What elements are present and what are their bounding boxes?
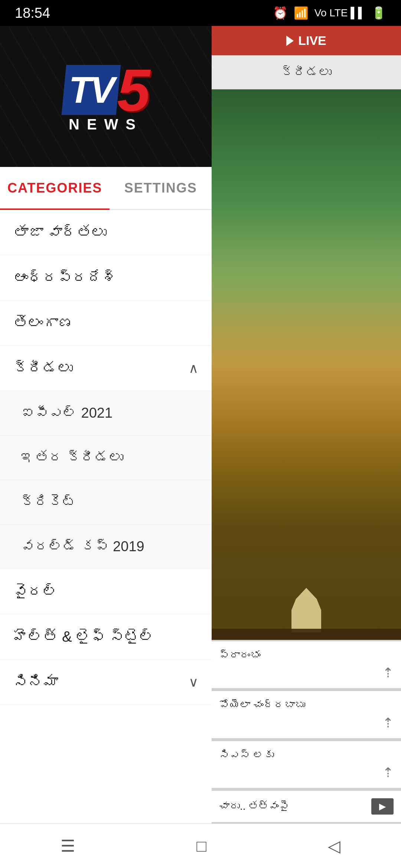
home-icon[interactable]: □ <box>196 837 206 855</box>
drawer-panel: TV 5 NEWS CATEGORIES SETTINGS తాజా వార్త… <box>0 26 212 823</box>
category-item-health[interactable]: హెల్త్ & లైఫ్ స్టైల్ <box>0 614 212 660</box>
alarm-icon: ⏰ <box>273 6 288 20</box>
category-item-viral[interactable]: వైరల్ <box>0 569 212 614</box>
wifi-icon: 📶 <box>294 6 309 20</box>
category-item-worldcup[interactable]: వరల్డ్ కప్ 2019 <box>0 525 212 569</box>
category-item-sports[interactable]: క్రీడలు ∧ <box>0 346 212 391</box>
status-bar: 18:54 ⏰ 📶 Vo LTE ▌▌ 🔋 <box>0 0 401 26</box>
category-list: తాజా వార్తలు ఆంధ్రప్రదేశ్ తెలంగాణ క్రీడల… <box>0 210 212 823</box>
chevron-down-icon: ∨ <box>189 674 198 690</box>
tab-settings[interactable]: SETTINGS <box>110 167 212 209</box>
bottom-nav: ☰ □ ◁ <box>0 823 401 868</box>
logo-5-text: 5 <box>117 60 150 120</box>
share-icon-3[interactable]: ⇡ <box>382 765 394 780</box>
news-card-2: పోయెలా చంద్రబాబు ⇡ <box>212 691 401 738</box>
signal-icon: Vo LTE ▌▌ <box>314 7 365 19</box>
temple-image <box>212 89 401 640</box>
live-button[interactable]: LIVE <box>212 26 401 55</box>
right-panel: LIVE క్రీడలు ప్రారంభం ⇡ పోయెలా చంద్రబాబు… <box>212 26 401 823</box>
category-item-cinema[interactable]: సినిమా ∨ <box>0 660 212 705</box>
logo-news-text: NEWS <box>69 116 143 133</box>
logo-tv-text: TV <box>62 65 121 115</box>
category-item-telangana[interactable]: తెలంగాణ <box>0 300 212 346</box>
back-icon[interactable]: ◁ <box>328 836 340 855</box>
tabs-container: CATEGORIES SETTINGS <box>0 167 212 210</box>
status-icons: ⏰ 📶 Vo LTE ▌▌ 🔋 <box>273 6 386 20</box>
battery-icon: 🔋 <box>371 6 386 20</box>
chevron-up-icon: ∧ <box>189 361 198 376</box>
category-item-cricket[interactable]: క్రికెట్ <box>0 480 212 525</box>
news-card-3: సిఎస్ లకు ⇡ <box>212 741 401 788</box>
category-item-other-sports[interactable]: ఇతర క్రీడలు <box>0 435 212 480</box>
menu-icon[interactable]: ☰ <box>61 836 75 855</box>
category-item-andhra[interactable]: ఆంధ్రప్రదేశ్ <box>0 255 212 300</box>
live-play-icon <box>286 36 294 46</box>
logo-header: TV 5 NEWS <box>0 26 212 167</box>
news-card-4: చారు.. తత్వంపై ▶ <box>212 791 401 822</box>
logo-tv5: TV 5 <box>62 60 150 120</box>
main-container: TV 5 NEWS CATEGORIES SETTINGS తాజా వార్త… <box>0 26 401 823</box>
logo-content: TV 5 NEWS <box>62 60 150 133</box>
share-icon-1[interactable]: ⇡ <box>382 665 394 681</box>
news-card-1: ప్రారంభం ⇡ <box>212 641 401 688</box>
category-item-taaza[interactable]: తాజా వార్తలు <box>0 210 212 255</box>
share-icon-2[interactable]: ⇡ <box>382 715 394 731</box>
status-time: 18:54 <box>15 5 50 21</box>
video-play-icon: ▶ <box>379 801 386 812</box>
category-item-ipl[interactable]: ఐపీఎల్ 2021 <box>0 391 212 435</box>
video-thumb[interactable]: ▶ <box>371 798 394 815</box>
tab-categories[interactable]: CATEGORIES <box>0 167 110 209</box>
right-nav-sports[interactable]: క్రీడలు <box>212 55 401 89</box>
